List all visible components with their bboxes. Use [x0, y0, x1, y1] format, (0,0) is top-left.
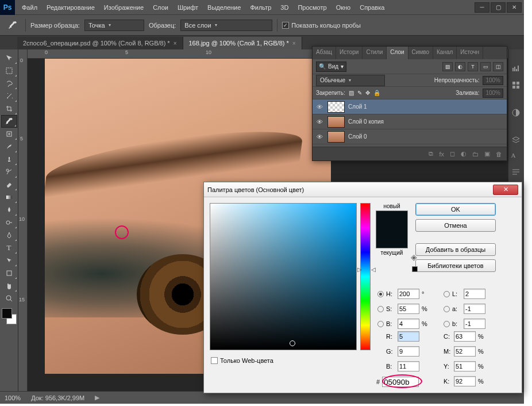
- visibility-icon[interactable]: 👁: [315, 133, 324, 140]
- sample-size-dropdown[interactable]: Точка▾: [84, 20, 144, 31]
- filter-type-icon[interactable]: T: [468, 62, 478, 71]
- group-icon[interactable]: 🗀: [472, 151, 479, 158]
- h-radio[interactable]: [377, 291, 384, 297]
- menu-filter[interactable]: Фильтр: [245, 1, 276, 14]
- current-color-swatch[interactable]: [376, 229, 407, 248]
- character-icon[interactable]: A: [511, 152, 522, 162]
- l-input[interactable]: [464, 289, 485, 299]
- filter-shape-icon[interactable]: ▭: [480, 62, 491, 71]
- c-input[interactable]: [454, 331, 476, 342]
- h-input[interactable]: [398, 289, 419, 299]
- lock-position-icon[interactable]: ✥: [365, 90, 370, 96]
- history-brush-tool[interactable]: [1, 166, 17, 178]
- new-color-swatch[interactable]: [376, 211, 407, 229]
- layer-thumbnail[interactable]: [327, 131, 345, 143]
- color-swatches[interactable]: [1, 307, 18, 324]
- b2-input[interactable]: [464, 319, 485, 329]
- filter-smart-icon[interactable]: ◫: [493, 62, 503, 71]
- swatches-icon[interactable]: [511, 81, 522, 91]
- panel-tab-character[interactable]: Симво: [408, 47, 433, 59]
- sample-dropdown[interactable]: Все слои▾: [180, 20, 272, 31]
- layer-filter-kind[interactable]: 🔍 Вид ▾: [316, 62, 346, 72]
- visibility-icon[interactable]: 👁: [315, 104, 324, 110]
- menu-type[interactable]: Шрифт: [173, 1, 203, 14]
- menu-help[interactable]: Справка: [355, 1, 389, 14]
- m-input[interactable]: [454, 346, 476, 357]
- panel-tab-styles[interactable]: Стили: [363, 47, 387, 59]
- layer-row[interactable]: 👁 Слой 0: [313, 129, 507, 144]
- wand-tool[interactable]: [1, 90, 17, 102]
- opacity-value[interactable]: 100%: [483, 76, 503, 85]
- bv-input[interactable]: [398, 319, 419, 329]
- lasso-tool[interactable]: [1, 77, 17, 90]
- gamut-warning-icon[interactable]: ◈: [411, 252, 417, 262]
- menu-file[interactable]: Файл: [17, 1, 42, 14]
- healing-tool[interactable]: [1, 128, 17, 140]
- document-tab[interactable]: 2спосо6_операции.psd @ 100% (Слой 8, RGB…: [17, 37, 183, 49]
- eraser-tool[interactable]: [1, 178, 17, 191]
- eyedropper-tool-icon[interactable]: [5, 19, 21, 32]
- link-icon[interactable]: ⧉: [429, 150, 433, 158]
- window-maximize-button[interactable]: ▢: [491, 2, 506, 13]
- menu-view[interactable]: Просмотр: [293, 1, 331, 14]
- window-minimize-button[interactable]: ─: [475, 2, 489, 13]
- blur-tool[interactable]: [1, 204, 17, 216]
- close-icon[interactable]: ×: [292, 40, 296, 47]
- lock-all-icon[interactable]: 🔒: [373, 90, 380, 96]
- menu-window[interactable]: Окно: [331, 1, 356, 14]
- dialog-close-button[interactable]: ✕: [493, 185, 518, 195]
- layers-dock-icon[interactable]: [511, 136, 522, 146]
- window-close-button[interactable]: ✕: [507, 2, 522, 13]
- s-input[interactable]: [398, 304, 419, 314]
- hand-tool[interactable]: [1, 279, 17, 292]
- k-input[interactable]: [454, 376, 476, 386]
- path-select-tool[interactable]: [1, 254, 17, 267]
- zoom-value[interactable]: 100%: [5, 394, 21, 401]
- layer-row[interactable]: 👁 Слой 1: [313, 99, 507, 114]
- pen-tool[interactable]: [1, 229, 17, 242]
- zoom-tool[interactable]: [1, 292, 17, 305]
- a-radio[interactable]: [444, 306, 450, 312]
- b-input[interactable]: [398, 361, 419, 371]
- layer-thumbnail[interactable]: [327, 116, 345, 128]
- layer-row[interactable]: 👁 Слой 0 копия: [313, 114, 507, 129]
- fill-value[interactable]: 100%: [483, 89, 503, 98]
- panel-tab-source[interactable]: Источн: [457, 47, 483, 59]
- y-input[interactable]: [454, 361, 476, 371]
- r-input[interactable]: [398, 331, 419, 342]
- blend-mode-dropdown[interactable]: Обычные▾: [316, 75, 385, 86]
- dodge-tool[interactable]: [1, 216, 17, 229]
- move-tool[interactable]: [1, 52, 17, 64]
- s-radio[interactable]: [377, 306, 384, 312]
- b-radio[interactable]: [377, 321, 384, 327]
- menu-edit[interactable]: Редактирование: [42, 1, 99, 14]
- layer-thumbnail[interactable]: [327, 101, 345, 113]
- add-swatch-button[interactable]: Добавить в образцы: [415, 243, 496, 256]
- panel-tab-paragraph[interactable]: Абзац: [313, 47, 336, 59]
- brush-tool[interactable]: [1, 140, 17, 153]
- marquee-tool[interactable]: [1, 64, 17, 77]
- crop-tool[interactable]: [1, 102, 17, 115]
- a-input[interactable]: [464, 304, 485, 314]
- menu-3d[interactable]: 3D: [276, 1, 293, 14]
- lock-transparency-icon[interactable]: ▨: [349, 90, 354, 96]
- menu-image[interactable]: Изображение: [99, 1, 148, 14]
- color-cursor[interactable]: [290, 340, 295, 346]
- fx-icon[interactable]: fx: [439, 151, 444, 158]
- trash-icon[interactable]: 🗑: [496, 151, 502, 158]
- ok-button[interactable]: OK: [415, 203, 496, 216]
- filter-pixel-icon[interactable]: ▨: [442, 62, 453, 71]
- panel-tab-channels[interactable]: Канал: [433, 47, 457, 59]
- saturation-field[interactable]: [210, 203, 357, 350]
- nearest-color-swatch[interactable]: [412, 266, 418, 272]
- document-tab[interactable]: 168.jpg @ 100% (Слой 1, RGB/8) *×: [183, 37, 302, 49]
- adjustment-icon[interactable]: ◐: [461, 150, 467, 158]
- foreground-color-swatch[interactable]: [2, 308, 12, 319]
- color-libraries-button[interactable]: Библиотеки цветов: [415, 259, 496, 272]
- l-radio[interactable]: [444, 291, 450, 297]
- visibility-icon[interactable]: 👁: [315, 118, 324, 125]
- histogram-icon[interactable]: [511, 64, 522, 75]
- menu-layers[interactable]: Слои: [148, 1, 173, 14]
- lock-pixels-icon[interactable]: ✎: [357, 90, 362, 96]
- adjustments-icon[interactable]: [511, 108, 522, 118]
